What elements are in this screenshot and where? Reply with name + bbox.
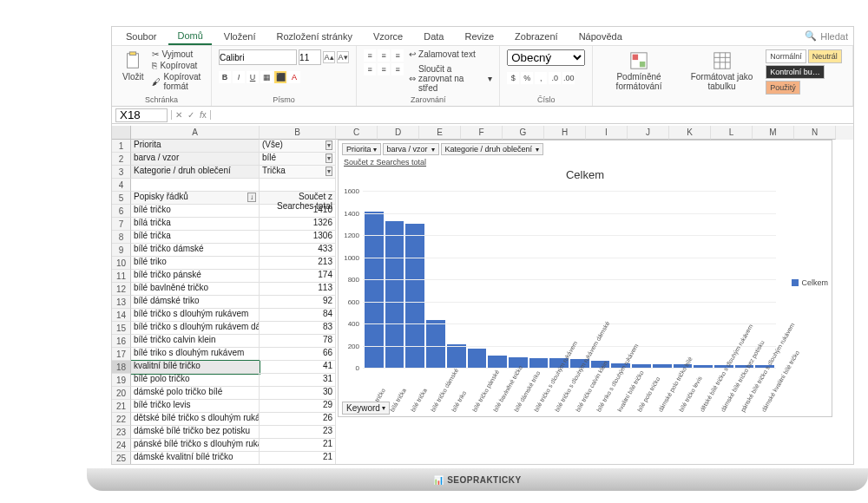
font-color-button[interactable]: A xyxy=(288,71,300,83)
cell[interactable]: Popisky řádků xyxy=(131,192,260,205)
cell[interactable]: bílé tričko dámské xyxy=(131,244,260,257)
table-row[interactable]: bílé triko s dlouhým rukávem66 xyxy=(131,348,336,361)
bold-button[interactable]: B xyxy=(219,71,231,83)
table-row[interactable]: barva / vzorbílé xyxy=(131,153,336,166)
cell[interactable]: bílé tričko calvin klein xyxy=(131,335,260,348)
cell[interactable]: Kategorie / druh oblečení xyxy=(131,166,260,179)
table-row[interactable]: bílé dámské triko92 xyxy=(131,296,336,309)
row-header[interactable]: 4 xyxy=(112,179,131,192)
table-row[interactable]: bílé polo tričko31 xyxy=(131,374,336,387)
style-used[interactable]: Použitý xyxy=(766,81,800,95)
style-check[interactable]: Kontrolní bu… xyxy=(766,65,825,79)
cell[interactable]: 92 xyxy=(260,296,336,309)
italic-button[interactable]: I xyxy=(233,71,245,83)
row-header[interactable]: 8 xyxy=(112,231,131,244)
cell[interactable] xyxy=(260,179,336,192)
inc-decimal-icon[interactable]: .0 xyxy=(549,72,561,84)
align-top-icon[interactable]: ≡ xyxy=(364,49,376,62)
fill-color-button[interactable]: ⬛ xyxy=(274,71,286,83)
cell[interactable]: bílé tričko pánské xyxy=(131,270,260,283)
grid-body[interactable]: Priorita(Vše)barva / vzorbíléKategorie /… xyxy=(131,140,853,464)
pivot-table[interactable]: Priorita(Vše)barva / vzorbíléKategorie /… xyxy=(131,140,336,464)
underline-button[interactable]: U xyxy=(247,71,259,83)
row-header[interactable]: 13 xyxy=(112,296,131,309)
col-header[interactable]: K xyxy=(669,126,711,140)
cell[interactable]: bílé tričko levis xyxy=(131,400,260,413)
cell[interactable]: 21 xyxy=(260,452,336,464)
cell[interactable]: 66 xyxy=(260,348,336,361)
col-header[interactable]: C xyxy=(336,126,378,140)
table-row[interactable]: bílé tričko s dlouhým rukávem84 xyxy=(131,309,336,322)
tab-revize[interactable]: Revize xyxy=(456,29,503,44)
tell-me-search[interactable]: 🔍 Hledat xyxy=(805,30,848,42)
cell[interactable]: bílé triko s dlouhým rukávem xyxy=(131,348,260,361)
increase-font-icon[interactable]: A▴ xyxy=(323,51,335,63)
col-header[interactable]: I xyxy=(586,126,628,140)
row-header[interactable]: 17 xyxy=(112,348,131,361)
pivot-chart[interactable]: Priorita barva / vzor Kategorie / druh o… xyxy=(338,140,832,417)
format-painter-button[interactable]: 🖌Kopírovat formát xyxy=(152,72,204,91)
cell[interactable]: bílé dámské triko xyxy=(131,296,260,309)
cell[interactable]: bílé bavlněné tričko xyxy=(131,283,260,296)
merge-center-button[interactable]: ⇔ Sloučit a zarovnat na střed ▾ xyxy=(409,64,492,93)
wrap-text-button[interactable]: ↩ Zalamovat text xyxy=(409,49,492,59)
table-row[interactable]: bílé tričko s dlouhým rukávem dámské83 xyxy=(131,322,336,335)
cell[interactable]: bílé triko xyxy=(131,257,260,270)
cell[interactable]: 41 xyxy=(260,361,336,374)
cell[interactable]: bílé tričko xyxy=(131,205,260,218)
table-row[interactable]: pánské bílé tričko s dlouhým rukávem21 xyxy=(131,439,336,452)
col-header[interactable]: F xyxy=(461,126,503,140)
row-header[interactable]: 14 xyxy=(112,309,131,322)
font-size-select[interactable] xyxy=(299,49,321,65)
formula-input[interactable] xyxy=(211,108,853,122)
table-row[interactable]: dětské bílé tričko s dlouhým rukávem26 xyxy=(131,413,336,426)
table-row[interactable]: kvalitní bílé tričko41 xyxy=(131,361,336,374)
table-row[interactable]: dámské kvalitní bílé tričko21 xyxy=(131,452,336,464)
cancel-icon[interactable]: ✕ xyxy=(175,110,182,120)
select-all-corner[interactable] xyxy=(112,126,131,140)
table-row[interactable] xyxy=(131,179,336,192)
copy-button[interactable]: ⎘Kopírovat xyxy=(152,61,204,70)
cell[interactable]: Trička xyxy=(260,166,336,179)
cell[interactable]: 21 xyxy=(260,439,336,452)
font-name-select[interactable] xyxy=(219,49,297,65)
col-header[interactable]: E xyxy=(419,126,461,140)
tab-domu[interactable]: Domů xyxy=(168,28,211,45)
cell[interactable]: bílé trička xyxy=(131,231,260,244)
tab-data[interactable]: Data xyxy=(415,29,452,44)
row-header[interactable]: 20 xyxy=(112,387,131,400)
row-header[interactable]: 24 xyxy=(112,439,131,452)
cell-styles-gallery[interactable]: Normální Neutrál Kontrolní bu… Použitý xyxy=(766,49,845,95)
cell[interactable]: bílé tričko s dlouhým rukávem dámské xyxy=(131,322,260,335)
cell[interactable]: barva / vzor xyxy=(131,153,260,166)
table-row[interactable]: Kategorie / druh oblečeníTrička xyxy=(131,166,336,179)
cell[interactable] xyxy=(131,179,260,192)
row-header[interactable]: 22 xyxy=(112,413,131,426)
cell[interactable]: dámské kvalitní bílé tričko xyxy=(131,452,260,464)
cell[interactable]: 113 xyxy=(260,283,336,296)
cell[interactable]: 84 xyxy=(260,309,336,322)
cell[interactable]: 1326 xyxy=(260,218,336,231)
row-header[interactable]: 2 xyxy=(112,153,131,166)
table-row[interactable]: dámské bílé tričko bez potisku23 xyxy=(131,426,336,439)
table-row[interactable]: dámské polo tričko bílé30 xyxy=(131,387,336,400)
chart-filter-priorita[interactable]: Priorita xyxy=(342,143,381,155)
cell[interactable]: dětské bílé tričko s dlouhým rukávem xyxy=(131,413,260,426)
format-as-table-button[interactable]: Formátovat jako tabulku xyxy=(683,49,761,93)
cell[interactable]: 1306 xyxy=(260,231,336,244)
conditional-format-button[interactable]: Podmíněné formátování xyxy=(600,49,678,93)
chart-axis-field[interactable]: Keyword xyxy=(342,402,390,415)
row-header[interactable]: 21 xyxy=(112,400,131,413)
cell[interactable]: dámské polo tričko bílé xyxy=(131,387,260,400)
row-header[interactable]: 9 xyxy=(112,244,131,257)
tab-napoveda[interactable]: Nápověda xyxy=(570,29,631,44)
border-button[interactable]: ▦ xyxy=(260,71,273,83)
align-left-icon[interactable]: ≡ xyxy=(364,63,376,75)
name-box[interactable] xyxy=(115,108,168,122)
align-center-icon[interactable]: ≡ xyxy=(378,63,390,75)
cell[interactable]: 433 xyxy=(260,244,336,257)
cell[interactable]: pánské bílé tričko s dlouhým rukávem xyxy=(131,439,260,452)
cell[interactable]: 29 xyxy=(260,400,336,413)
percent-icon[interactable]: % xyxy=(521,72,533,84)
cell[interactable]: Součet z Searches total xyxy=(260,192,336,205)
